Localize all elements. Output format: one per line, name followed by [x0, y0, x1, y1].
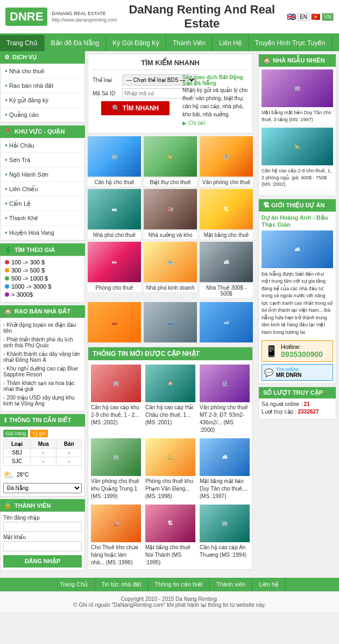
service-raobannhadat[interactable]: Rao bán nhà đất	[1, 79, 84, 93]
info-icon: ℹ	[4, 417, 6, 424]
news-card-8[interactable]: 🏗 Mặt bằng cho thuê Núi Thành (MS :1995)	[145, 505, 195, 566]
news-img-4: 🏢	[91, 438, 141, 476]
district-lienchinh[interactable]: Liên Chiểu	[1, 182, 84, 197]
more-link[interactable]: ▶ Chi tiết	[182, 120, 248, 126]
project-title: 🏗 GIỚI THIỆU DỰ ÁN	[259, 199, 336, 212]
district-thanhkhe[interactable]: Thanh Khê	[1, 211, 84, 226]
random-content: 🏢 Mặt bằng mặt tiền Duy Tân cho thuê, 3 …	[259, 67, 336, 195]
prop-canhochothue[interactable]: 🏢 Căn hộ cho thuê	[88, 136, 141, 186]
footer-nav-trangchu[interactable]: Trang Chủ	[53, 578, 95, 591]
car-img-2: 🚙	[144, 302, 197, 342]
land-news-list: Khởi động tuyến xe điện đầu tiên Phát tr…	[0, 318, 85, 411]
price-100-300[interactable]: 100 -> 300 $	[5, 259, 80, 265]
footer-nav-thanhvien[interactable]: Thành viên	[210, 578, 252, 591]
district-camle[interactable]: Cẩm Lệ	[1, 197, 84, 211]
price-1000-3000[interactable]: 1000 -> 3000 $	[5, 283, 80, 290]
district-hoavang[interactable]: Huyện Hoà Vang	[1, 226, 84, 240]
login-button[interactable]: ĐĂNG NHẬP	[3, 555, 82, 568]
prop-vanphongchothue[interactable]: 🏦 Văn phòng cho thuê	[200, 136, 253, 186]
nav-lienhe[interactable]: Liên Hệ	[213, 35, 249, 51]
district-sontra[interactable]: Sơn Trà	[1, 153, 84, 167]
land-news-5[interactable]: Thăm khách sạn xa hoa bậc nhất thế giới	[3, 379, 82, 394]
car-item-1[interactable]: 🚗	[88, 302, 141, 342]
username-input[interactable]	[3, 522, 82, 532]
land-news-1[interactable]: Khởi động tuyến xe điện đầu tiên	[3, 321, 82, 335]
stats-title: SỐ LƯỢT TRUY CẬP	[259, 387, 336, 398]
price-dot	[5, 276, 9, 281]
prop-matbangchothue[interactable]: 🏗 Mặt bằng cho thuê	[200, 189, 253, 239]
footer-nav-thongtin[interactable]: Thông tin cần biết	[148, 578, 209, 591]
weather-icon: ⛅	[3, 470, 14, 480]
flag-en[interactable]: EN	[298, 13, 309, 21]
project-section: 🏗 GIỚI THIỆU DỰ ÁN Dự án Hoàng Anh - Bầu…	[258, 199, 336, 384]
nav-truyenhinh[interactable]: Truyền Hình Trực Tuyến	[249, 35, 332, 51]
footer-nav-tintuc[interactable]: Tin tức nhà đất	[95, 578, 148, 591]
news-text-6: Mặt bằng mặt tiền Duy Tân cho thuê,... (…	[200, 478, 250, 500]
district-haichau[interactable]: Hải Châu	[1, 138, 84, 153]
service-quangcao[interactable]: Quảng cáo	[1, 108, 84, 122]
city-select[interactable]: Đà Nẵng Hà Nội Hồ Chí Minh	[3, 483, 82, 493]
nav-kygui[interactable]: Ký Gửi Đăng Ký	[106, 35, 166, 51]
nav-trangchu[interactable]: Trang Chủ	[0, 35, 45, 51]
price-section: 💲 TÌM THEO GIÁ 100 -> 300 $ 300 -> 500 $…	[0, 243, 85, 303]
prop-phongchothue[interactable]: 🛏 Phòng cho thuê	[88, 242, 141, 298]
gold-label: Giá Vàng	[3, 430, 28, 437]
footer-nav-lienhe[interactable]: Liên hệ	[252, 578, 286, 591]
password-label: Mật khẩu	[3, 534, 82, 540]
gold-row-sjc: SJC--	[4, 457, 82, 466]
prop-nhaxuongkho[interactable]: 🏭 Nhà xưởng và kho	[144, 189, 197, 239]
random-img-1: 🏢	[262, 69, 333, 107]
project-text: Đà Nẵng được biết đến như một trung tâm …	[262, 271, 333, 337]
price-500-1000[interactable]: 500 -> 1000 $	[5, 275, 80, 282]
land-news-4[interactable]: Khu nghỉ dưỡng cao cấp Blue Sapphire Res…	[3, 365, 82, 379]
flag-vn[interactable]: VN	[322, 13, 334, 21]
prop-img-matbang: 🏗	[200, 189, 253, 229]
districts-icon: 📍	[4, 128, 12, 135]
news-card-6[interactable]: 🏙 Mặt bằng mặt tiền Duy Tân cho thuê,...…	[200, 438, 250, 500]
prop-nhathue300-500[interactable]: 🏙 Nhà Thuê 300$ - 500$	[200, 242, 253, 298]
land-icon: 🏠	[4, 308, 12, 315]
nav-bando[interactable]: Bản đồ Đà Nẵng	[45, 35, 107, 51]
price-3000plus[interactable]: > 3000$	[5, 291, 80, 298]
username-field: Tên đăng nhập	[3, 515, 82, 532]
phone-icon: 📱	[265, 345, 278, 358]
news-card-3[interactable]: 🏦 Văn phòng cho thuê MT 2-9, ĐT: 93m2-43…	[200, 365, 250, 434]
search-button[interactable]: 🔍 TÌM NHANH	[101, 101, 170, 115]
password-input[interactable]	[3, 541, 82, 551]
news-card-2[interactable]: 🏠 Căn hộ cao cấp Hải Châu cho thuê, 1...…	[145, 365, 195, 434]
service-nhachothue[interactable]: Nhà cho thuê	[1, 64, 84, 79]
prop-nhaphokd[interactable]: 🏪 Nhà phố kinh doanh	[144, 242, 197, 298]
price-icon: 💲	[4, 246, 12, 253]
exchange-label: Tỷ giá	[30, 430, 48, 437]
prop-biethuchothue[interactable]: 🏡 Biệt thự cho thuê	[144, 136, 197, 186]
services-section: ⚙ DỊCH VỤ Nhà cho thuê Rao bán nhà đất K…	[0, 51, 85, 123]
project-img: 🏙	[262, 230, 333, 268]
right-sidebar: 🏠 NHÀ NGẪU NHIÊN 🏢 Mặt bằng mặt tiền Duy…	[256, 51, 339, 575]
news-card-5[interactable]: 🏡 Phòng cho thuê khu Phạm Văn Đồng... (M…	[145, 438, 195, 500]
land-news-3[interactable]: Khánh thành cầu dây văng lớn nhất Đông N…	[3, 350, 82, 365]
land-section: 🏠 RAO BÁN NHÀ ĐẤT Khởi động tuyến xe điệ…	[0, 305, 85, 411]
info-title: ℹ THÔNG TIN CẦN BIẾT	[0, 414, 85, 426]
car-item-2[interactable]: 🚙	[144, 302, 197, 342]
land-news-6[interactable]: 200 triệu USD xây dựng khu kinh tế Vũng …	[3, 394, 82, 408]
news-img-8: 🏗	[145, 505, 195, 542]
news-card-7[interactable]: 🏭 Cho Thuê kho chứa hàng hoặc làm nhà...…	[91, 505, 141, 566]
news-card-4[interactable]: 🏢 Văn phòng cho thuê khu Quảng Trung 1 (…	[91, 438, 141, 500]
search-desc-green: Sàn giao dịch Bất Động Sản Đà Nẵng	[182, 74, 248, 86]
land-news-2[interactable]: Phát triển thành phố du lịch sinh thái P…	[3, 335, 82, 350]
nav-thanhvien[interactable]: Thành Viên	[166, 35, 213, 51]
logo-subtitle: DANANG REAL ESTATE	[52, 11, 117, 17]
news-card-1[interactable]: 🏢 Căn hộ cao cấp khu 2-9 cho thuê, 1 - 2…	[91, 365, 141, 434]
price-dot	[5, 284, 9, 289]
news-text-9: Căn hộ cao cấp An Thương (MS :1994)	[200, 544, 250, 559]
news-img-1: 🏢	[91, 365, 141, 402]
service-kygui[interactable]: Ký gửi đăng ký	[1, 93, 84, 108]
password-field: Mật khẩu	[3, 534, 82, 551]
news-card-9[interactable]: 🏢 Căn hộ cao cấp An Thương (MS :1994)	[200, 505, 250, 566]
prop-img-nhapho1: 🏘	[88, 189, 141, 229]
district-nguhanhson[interactable]: Ngũ Hành Sơn	[1, 167, 84, 182]
news-grid: 🏢 Căn hộ cao cấp khu 2-9 cho thuê, 1 - 2…	[91, 365, 250, 566]
price-300-500[interactable]: 300 -> 500 $	[5, 267, 80, 274]
car-item-3[interactable]: 🏎	[200, 302, 253, 342]
prop-nhaphochothue[interactable]: 🏘 Nhà phố cho thuê	[88, 189, 141, 239]
